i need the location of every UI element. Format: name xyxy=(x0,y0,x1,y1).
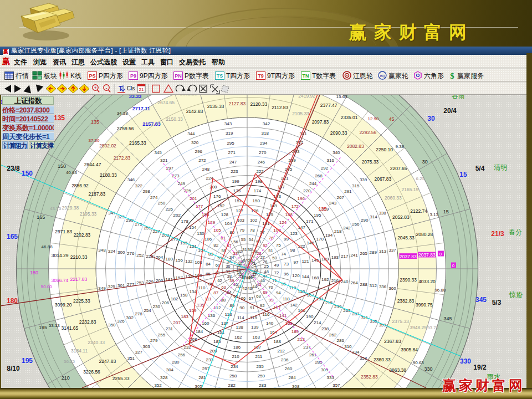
svg-text:243: 243 xyxy=(329,201,337,206)
svg-text:惊蛰: 惊蛰 xyxy=(509,291,523,299)
svg-text:98: 98 xyxy=(290,248,295,253)
svg-text:110: 110 xyxy=(198,285,206,290)
svg-text:23/8: 23/8 xyxy=(7,165,20,172)
svg-text:144: 144 xyxy=(301,274,309,279)
svg-text:3014.29: 3014.29 xyxy=(52,253,69,258)
svg-text:180: 180 xyxy=(30,270,38,275)
svg-text:207: 207 xyxy=(173,320,181,325)
svg-text:21/3: 21/3 xyxy=(491,230,504,238)
svg-text:320: 320 xyxy=(191,140,199,145)
svg-text:32: 32 xyxy=(237,249,242,254)
svg-text:2250.10: 2250.10 xyxy=(376,147,393,152)
svg-text:2127.83: 2127.83 xyxy=(228,101,245,106)
svg-text:135: 135 xyxy=(318,206,326,212)
svg-text:0: 0 xyxy=(439,252,442,257)
svg-text:346: 346 xyxy=(127,177,135,182)
svg-text:273: 273 xyxy=(172,173,180,178)
svg-text:342: 342 xyxy=(263,121,270,126)
svg-text:249: 249 xyxy=(178,181,186,186)
svg-text:283: 283 xyxy=(259,383,267,388)
svg-text:212: 212 xyxy=(277,349,285,354)
svg-text:3948.29: 3948.29 xyxy=(410,325,427,330)
svg-text:72: 72 xyxy=(274,270,279,275)
svg-text:123: 123 xyxy=(290,231,298,236)
svg-text:95: 95 xyxy=(281,282,286,287)
svg-text:91: 91 xyxy=(250,305,255,310)
svg-text:343: 343 xyxy=(224,121,232,126)
svg-text:211: 211 xyxy=(255,354,263,359)
svg-text:96.88: 96.88 xyxy=(434,288,446,293)
svg-text:168: 168 xyxy=(311,275,319,280)
svg-text:200: 200 xyxy=(209,185,217,190)
svg-text:202: 202 xyxy=(173,213,181,218)
svg-text:56.25: 56.25 xyxy=(64,359,75,364)
svg-text:352: 352 xyxy=(154,383,162,388)
svg-text:2090.33: 2090.33 xyxy=(330,130,347,136)
svg-text:T: T xyxy=(119,85,123,93)
svg-text:195: 195 xyxy=(39,325,47,330)
svg-text:121: 121 xyxy=(301,259,309,264)
svg-text:162: 162 xyxy=(234,335,242,340)
svg-text:2075.33: 2075.33 xyxy=(362,159,379,165)
svg-text:54: 54 xyxy=(249,237,253,242)
svg-text:157: 157 xyxy=(176,275,183,280)
svg-text:2255.33: 2255.33 xyxy=(112,376,130,381)
svg-text:330: 330 xyxy=(460,357,471,365)
svg-text:3099.20: 3099.20 xyxy=(55,302,72,308)
svg-text:190: 190 xyxy=(306,314,314,319)
svg-text:Cls: Cls xyxy=(127,85,135,91)
svg-text:3056.74: 3056.74 xyxy=(52,278,69,283)
svg-text:8/10: 8/10 xyxy=(7,365,20,372)
svg-text:26: 26 xyxy=(263,259,267,264)
svg-text:174: 174 xyxy=(254,188,262,193)
svg-text:312: 312 xyxy=(370,283,377,288)
svg-text:127: 127 xyxy=(236,208,244,213)
svg-text:30: 30 xyxy=(427,115,435,122)
svg-text:105: 105 xyxy=(213,228,221,233)
svg-text:3.13: 3.13 xyxy=(429,212,438,217)
svg-text:154: 154 xyxy=(189,225,197,230)
svg-text:316: 316 xyxy=(327,158,335,163)
svg-text:214: 214 xyxy=(314,320,321,325)
svg-text:2886.92: 2886.92 xyxy=(71,183,89,188)
svg-text:226: 226 xyxy=(166,207,173,212)
svg-text:244: 244 xyxy=(309,181,317,186)
svg-text:37.50: 37.50 xyxy=(88,138,100,143)
svg-text:2037.83: 2037.83 xyxy=(400,254,417,259)
svg-text:2142.83: 2142.83 xyxy=(186,109,203,114)
svg-text:165: 165 xyxy=(7,233,18,241)
svg-text:2202.83: 2202.83 xyxy=(74,232,91,238)
svg-text:132: 132 xyxy=(185,259,193,264)
svg-text:294: 294 xyxy=(260,141,268,146)
svg-text:25: 25 xyxy=(264,264,269,269)
svg-text:296: 296 xyxy=(195,149,203,154)
svg-text:3184.11: 3184.11 xyxy=(71,348,88,354)
svg-text:199: 199 xyxy=(232,179,239,184)
svg-text:357: 357 xyxy=(332,383,340,388)
svg-text:130: 130 xyxy=(197,231,204,236)
svg-text:295: 295 xyxy=(227,141,234,146)
svg-text:142: 142 xyxy=(290,303,298,308)
svg-text:303: 303 xyxy=(142,344,150,349)
svg-text:2360.33: 2360.33 xyxy=(374,357,391,362)
svg-text:340: 340 xyxy=(332,150,340,155)
svg-text:235: 235 xyxy=(256,364,264,369)
svg-text:156: 156 xyxy=(176,258,183,263)
svg-text:184: 184 xyxy=(196,329,203,334)
svg-text:2187.83: 2187.83 xyxy=(89,191,106,197)
svg-text:188: 188 xyxy=(274,339,282,344)
svg-text:327: 327 xyxy=(135,350,143,355)
svg-text:2150.33: 2150.33 xyxy=(166,116,183,122)
svg-text:67: 67 xyxy=(249,296,253,301)
svg-text:315: 315 xyxy=(352,183,360,188)
svg-text:289: 289 xyxy=(370,250,377,255)
svg-text:2377.47: 2377.47 xyxy=(320,103,337,108)
svg-text:34.38: 34.38 xyxy=(117,111,129,116)
svg-text:284: 284 xyxy=(288,375,296,380)
svg-text:345: 345 xyxy=(443,316,452,321)
svg-text:220: 220 xyxy=(303,188,311,193)
svg-text:195: 195 xyxy=(314,213,321,218)
svg-text:49: 49 xyxy=(274,263,279,268)
svg-text:2232.83: 2232.83 xyxy=(79,319,96,325)
svg-text:163: 163 xyxy=(253,335,260,340)
